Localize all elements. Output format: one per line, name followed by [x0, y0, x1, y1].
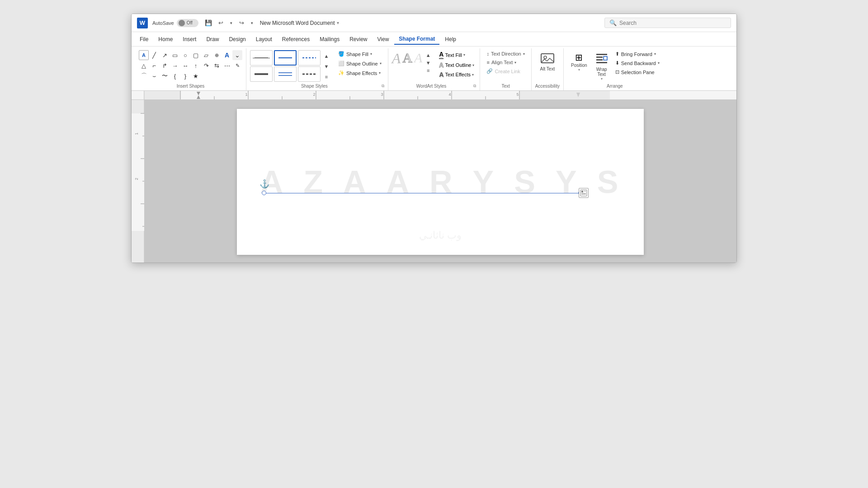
undo-dropdown[interactable]: ▾ [228, 18, 235, 28]
swoosh-btn[interactable]: ⌒ [139, 71, 149, 81]
ribbon-group-arrange: ⊞ Position ▾ Wrap [564, 48, 666, 90]
svg-text:1: 1 [245, 92, 247, 97]
edit-shapes-btn[interactable]: ✎ [232, 61, 242, 70]
menu-home[interactable]: Home [154, 34, 177, 44]
star-btn[interactable]: ★ [191, 71, 201, 81]
align-arrow: ▾ [514, 61, 516, 65]
up-arrow-btn[interactable]: ↑ [191, 61, 201, 70]
menu-design[interactable]: Design [224, 34, 250, 44]
wordart-expand-icon[interactable]: ⧉ [473, 84, 476, 89]
curved-arrow-btn[interactable]: ↷ [201, 61, 211, 70]
menu-references[interactable]: References [278, 34, 314, 44]
arrow-btn[interactable]: ↗ [160, 50, 170, 60]
wa-scroll-down[interactable]: ▼ [424, 59, 432, 66]
search-input[interactable] [619, 20, 726, 26]
style-swatch-blue-line[interactable] [274, 50, 297, 66]
redo-button[interactable]: ↪ [236, 18, 247, 28]
send-backward-btn[interactable]: ⬇ Send Backward ▾ [613, 59, 662, 67]
wa-letter-3: A [414, 50, 422, 67]
wave-btn[interactable]: 〜 [160, 71, 170, 81]
menu-help[interactable]: Help [440, 34, 461, 44]
style-swatch-double[interactable] [274, 66, 297, 82]
wa-fill-icon: A [439, 51, 443, 59]
circle-btn[interactable]: ○ [180, 50, 190, 60]
shape-effects-btn[interactable]: ✨ Shape Effects ▾ [335, 69, 384, 77]
wa-more[interactable]: ≡ [424, 67, 432, 75]
selection-pane-label: Selection Pane [621, 70, 655, 75]
save-button[interactable]: 💾 [203, 18, 214, 28]
rect-btn[interactable]: ▭ [170, 50, 180, 60]
left-right-arrow-btn[interactable]: ↔ [180, 61, 190, 70]
wrap-text-btn[interactable]: Wrap Text ▾ [592, 50, 612, 83]
shapes-more-btn[interactable]: ⌄ [232, 50, 242, 60]
menu-file[interactable]: File [135, 34, 153, 44]
document-page: A Z A A R Y S Y S [237, 109, 644, 255]
menu-layout[interactable]: Layout [251, 34, 277, 44]
svg-text:2: 2 [134, 178, 139, 180]
wa-text-outline-btn[interactable]: A Text Outline ▾ [437, 61, 476, 69]
shape-line [264, 193, 580, 193]
shape-outline-btn[interactable]: ⬜ Shape Outline ▾ [335, 60, 384, 67]
wa-text-effects-btn[interactable]: A Text Effects ▾ [437, 70, 476, 79]
wrap-arrow: ▾ [601, 77, 603, 81]
style-swatch-thick[interactable] [250, 66, 273, 82]
style-swatch-plain-line[interactable] [250, 50, 273, 66]
shape-fill-btn[interactable]: 🪣 Shape Fill ▾ [335, 50, 384, 58]
right-arrow-btn[interactable]: → [170, 61, 180, 70]
shapes-grid: A ╱ ↗ ▭ ○ ▢ ▱ ⊕ A ⌄ △ ⌐ ↱ → ↔ ↑ [139, 50, 242, 81]
menu-view[interactable]: View [373, 34, 394, 44]
search-box[interactable]: 🔍 [604, 18, 731, 28]
menu-insert[interactable]: Insert [178, 34, 201, 44]
right-angle-btn[interactable]: ⌐ [149, 61, 159, 70]
anchor-icon: ⚓ [259, 179, 269, 189]
rounded-rect-btn[interactable]: ▢ [191, 50, 201, 60]
menu-draw[interactable]: Draw [202, 34, 223, 44]
more2-btn[interactable]: ⋯ [222, 61, 232, 70]
selected-shape[interactable] [264, 192, 580, 193]
line-btn[interactable]: ╱ [149, 50, 159, 60]
quick-access-more[interactable]: ▾ [249, 18, 255, 28]
free-draw-btn[interactable]: ⊕ [212, 50, 222, 60]
svg-rect-16 [519, 91, 610, 100]
doc-title-chevron[interactable]: ▾ [337, 20, 339, 25]
undo-button[interactable]: ↩ [216, 18, 226, 28]
wa-text-fill-btn[interactable]: A Text Fill ▾ [437, 50, 467, 60]
brace-right-btn[interactable]: } [180, 71, 190, 81]
autosave-label: AutoSave [152, 20, 174, 26]
wa-scroll-up[interactable]: ▲ [424, 51, 432, 59]
doc-content: 1 2 3 4 5 [132, 91, 736, 263]
bring-forward-btn[interactable]: ⬆ Bring Forward ▾ [613, 50, 662, 58]
triangle-btn[interactable]: △ [139, 61, 149, 70]
layout-options-icon[interactable] [579, 188, 589, 198]
menu-mailings[interactable]: Mailings [315, 34, 344, 44]
align-text-btn[interactable]: ≡ Align Text ▾ [484, 59, 527, 66]
style-more-btn[interactable]: ≡ [322, 72, 330, 82]
create-link-btn[interactable]: 🔗 Create Link [484, 67, 527, 75]
curved-right-btn[interactable]: ↱ [160, 61, 170, 70]
style-swatch-dashed[interactable] [298, 50, 321, 66]
handle-left[interactable] [262, 191, 266, 195]
shape-styles-label: Shape Styles [250, 83, 379, 89]
menu-review[interactable]: Review [345, 34, 372, 44]
menu-shape-format[interactable]: Shape Format [394, 34, 439, 45]
word-art-a-btn[interactable]: A [222, 50, 232, 60]
page-wrapper[interactable]: A Z A A R Y S Y S [144, 100, 736, 263]
selection-pane-btn[interactable]: ⊡ Selection Pane [613, 68, 662, 76]
svg-rect-11 [596, 59, 603, 61]
shape-styles-expand-icon[interactable]: ⧉ [382, 84, 384, 89]
shape-outline-label: Shape Outline [346, 61, 378, 66]
brace-left-btn[interactable]: { [170, 71, 180, 81]
outline-icon: ⬜ [338, 61, 344, 66]
position-btn[interactable]: ⊞ Position ▾ [567, 50, 591, 74]
style-scroll-up[interactable]: ▲ [322, 51, 330, 61]
insert-shapes-content: A ╱ ↗ ▭ ○ ▢ ▱ ⊕ A ⌄ △ ⌐ ↱ → ↔ ↑ [139, 50, 242, 83]
alt-text-btn[interactable]: Alt Text [537, 50, 559, 73]
autosave-toggle[interactable]: Off [177, 19, 198, 27]
text-direction-btn[interactable]: ↕ Text Direction ▾ [484, 50, 527, 57]
style-scroll-down[interactable]: ▼ [322, 61, 330, 71]
double-arrow-btn[interactable]: ⇆ [212, 61, 222, 70]
arc-btn[interactable]: ⌣ [149, 71, 159, 81]
style-swatch-bold-dashed[interactable] [298, 66, 321, 82]
parallelogram-btn[interactable]: ▱ [201, 50, 211, 60]
text-box-btn[interactable]: A [139, 50, 149, 60]
